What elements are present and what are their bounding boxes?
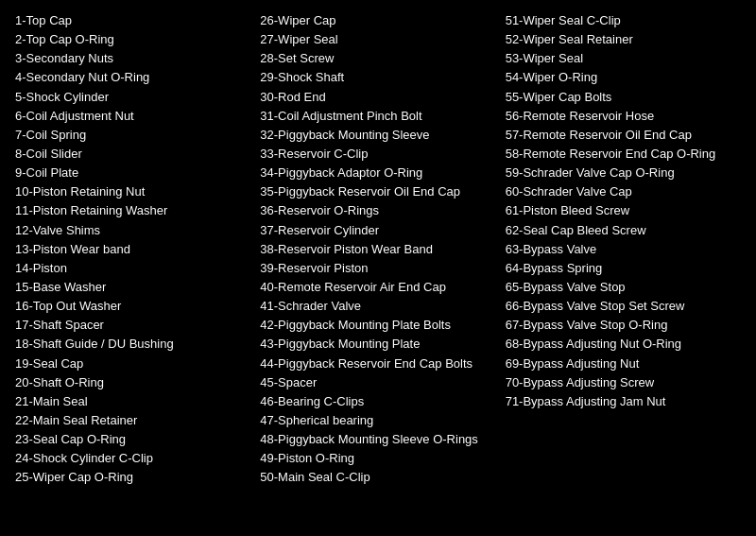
list-item: 14-Piston xyxy=(15,259,250,278)
list-item: 36-Reservoir O-Rings xyxy=(260,201,495,220)
list-item: 32-Piggyback Mounting Sleeve xyxy=(260,126,495,145)
list-item: 29-Shock Shaft xyxy=(260,68,495,87)
list-item: 23-Seal Cap O-Ring xyxy=(15,430,250,449)
list-item: 9-Coil Plate xyxy=(15,164,250,182)
list-item: 7-Coil Spring xyxy=(15,126,250,145)
list-item: 2-Top Cap O-Ring xyxy=(15,30,250,49)
list-item: 64-Bypass Spring xyxy=(506,259,741,278)
list-item: 40-Remote Reservoir Air End Cap xyxy=(260,278,495,297)
list-item: 28-Set Screw xyxy=(260,49,495,68)
list-item: 63-Bypass Valve xyxy=(506,240,741,259)
list-item: 11-Piston Retaining Washer xyxy=(15,201,250,220)
list-item: 31-Coil Adjustment Pinch Bolt xyxy=(260,107,495,126)
list-item: 24-Shock Cylinder C-Clip xyxy=(15,449,250,468)
list-item: 69-Bypass Adjusting Nut xyxy=(506,354,741,373)
list-item: 41-Schrader Valve xyxy=(260,297,495,316)
list-item: 47-Spherical bearing xyxy=(260,411,495,430)
list-item: 34-Piggyback Adaptor O-Ring xyxy=(260,164,495,182)
list-item: 53-Wiper Seal xyxy=(506,49,741,68)
list-item: 17-Shaft Spacer xyxy=(15,316,250,335)
list-item: 27-Wiper Seal xyxy=(260,30,495,49)
list-item: 15-Base Washer xyxy=(15,278,250,297)
list-item: 62-Seal Cap Bleed Screw xyxy=(506,221,741,240)
list-item: 70-Bypass Adjusting Screw xyxy=(506,373,741,392)
list-item: 43-Piggyback Mounting Plate xyxy=(260,335,495,354)
parts-list: 1-Top Cap2-Top Cap O-Ring3-Secondary Nut… xyxy=(15,11,741,488)
list-item: 49-Piston O-Ring xyxy=(260,449,495,468)
list-item: 50-Main Seal C-Clip xyxy=(260,468,495,487)
list-item: 5-Shock Cylinder xyxy=(15,88,250,107)
list-item: 65-Bypass Valve Stop xyxy=(506,278,741,297)
list-item: 44-Piggyback Reservoir End Cap Bolts xyxy=(260,354,495,373)
list-item: 25-Wiper Cap O-Ring xyxy=(15,468,250,487)
list-item: 61-Piston Bleed Screw xyxy=(506,201,741,220)
list-item: 51-Wiper Seal C-Clip xyxy=(506,11,741,30)
list-item: 71-Bypass Adjusting Jam Nut xyxy=(506,392,741,411)
list-item: 33-Reservoir C-Clip xyxy=(260,145,495,164)
list-item: 67-Bypass Valve Stop O-Ring xyxy=(506,316,741,335)
list-item: 56-Remote Reservoir Hose xyxy=(506,107,741,126)
list-item: 45-Spacer xyxy=(260,373,495,392)
list-item: 3-Secondary Nuts xyxy=(15,49,250,68)
list-item: 68-Bypass Adjusting Nut O-Ring xyxy=(506,335,741,354)
list-item: 57-Remote Reservoir Oil End Cap xyxy=(506,126,741,145)
list-item: 21-Main Seal xyxy=(15,392,250,411)
column-2: 26-Wiper Cap27-Wiper Seal28-Set Screw29-… xyxy=(260,11,495,488)
list-item: 38-Reservoir Piston Wear Band xyxy=(260,240,495,259)
list-item: 35-Piggyback Reservoir Oil End Cap xyxy=(260,182,495,201)
list-item: 39-Reservoir Piston xyxy=(260,259,495,278)
list-item: 48-Piggyback Mounting Sleeve O-Rings xyxy=(260,430,495,449)
list-item: 30-Rod End xyxy=(260,88,495,107)
list-item: 66-Bypass Valve Stop Set Screw xyxy=(506,297,741,316)
list-item: 26-Wiper Cap xyxy=(260,11,495,30)
column-3: 51-Wiper Seal C-Clip52-Wiper Seal Retain… xyxy=(506,11,741,488)
list-item: 58-Remote Reservoir End Cap O-Ring xyxy=(506,145,741,164)
list-item: 4-Secondary Nut O-Ring xyxy=(15,68,250,87)
list-item: 1-Top Cap xyxy=(15,11,250,30)
list-item: 12-Valve Shims xyxy=(15,221,250,240)
list-item: 8-Coil Slider xyxy=(15,145,250,164)
list-item: 19-Seal Cap xyxy=(15,354,250,373)
list-item: 6-Coil Adjustment Nut xyxy=(15,107,250,126)
list-item: 46-Bearing C-Clips xyxy=(260,392,495,411)
list-item: 42-Piggyback Mounting Plate Bolts xyxy=(260,316,495,335)
list-item: 37-Reservoir Cylinder xyxy=(260,221,495,240)
list-item: 18-Shaft Guide / DU Bushing xyxy=(15,335,250,354)
list-item: 59-Schrader Valve Cap O-Ring xyxy=(506,164,741,182)
list-item: 16-Top Out Washer xyxy=(15,297,250,316)
list-item: 20-Shaft O-Ring xyxy=(15,373,250,392)
list-item: 22-Main Seal Retainer xyxy=(15,411,250,430)
list-item: 54-Wiper O-Ring xyxy=(506,68,741,87)
list-item: 60-Schrader Valve Cap xyxy=(506,182,741,201)
list-item: 10-Piston Retaining Nut xyxy=(15,182,250,201)
list-item: 52-Wiper Seal Retainer xyxy=(506,30,741,49)
list-item: 13-Piston Wear band xyxy=(15,240,250,259)
list-item: 55-Wiper Cap Bolts xyxy=(506,88,741,107)
column-1: 1-Top Cap2-Top Cap O-Ring3-Secondary Nut… xyxy=(15,11,250,488)
